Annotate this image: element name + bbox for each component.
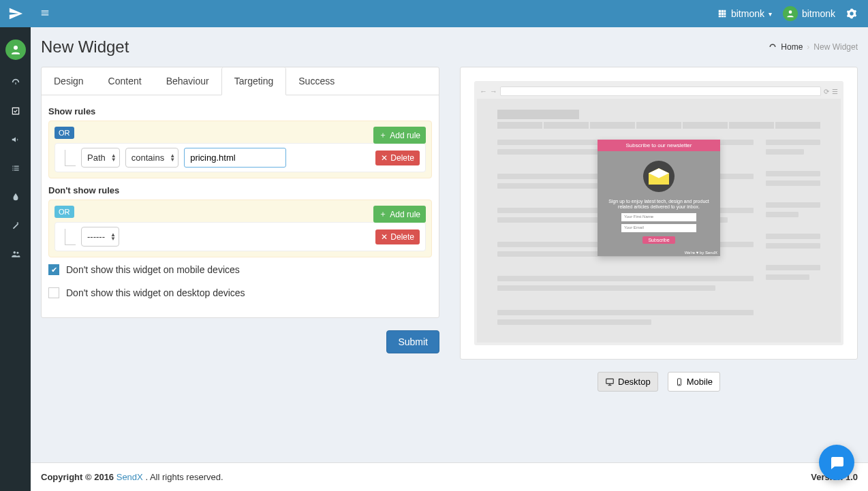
preview-frame: ← → ⟳☰ (460, 67, 858, 360)
plus-icon: ＋ (379, 129, 387, 141)
svg-point-6 (679, 384, 679, 385)
popup-footer-text: We're ♥ by SendX (598, 249, 720, 256)
page-title: New Widget (41, 37, 129, 57)
checkbox-checked-icon: ✔ (48, 264, 59, 275)
sidebar-avatar[interactable] (5, 39, 26, 60)
desktop-checkbox-row[interactable]: Don't show this widget on desktop device… (48, 287, 432, 298)
preview-device-toggle: Desktop Mobile (460, 372, 858, 392)
delete-rule-button[interactable]: ✕ Delete (375, 229, 420, 244)
list-icon (11, 163, 20, 173)
breadcrumb: Home › New Widget (769, 42, 858, 52)
user-name: bitmonk (802, 8, 835, 19)
page-mock: Subscribe to our newsletter Sign up to e… (477, 99, 841, 343)
sidebar-toggle[interactable] (31, 8, 59, 20)
svg-point-0 (789, 10, 792, 14)
reload-icon: ⟳ (824, 88, 829, 95)
select-arrows-icon: ▲▼ (170, 154, 175, 162)
settings-button[interactable] (846, 8, 857, 19)
newsletter-popup-preview: Subscribe to our newsletter Sign up to e… (598, 140, 720, 256)
desktop-icon (605, 377, 615, 387)
tab-content[interactable]: Content (96, 67, 154, 95)
tab-design[interactable]: Design (42, 67, 96, 95)
drop-icon (11, 192, 20, 202)
svg-point-1 (14, 46, 18, 50)
show-rules-label: Show rules (48, 106, 432, 116)
dashboard-icon (11, 78, 20, 87)
chat-icon (828, 454, 845, 471)
mobile-checkbox-row[interactable]: ✔ Don't show this widget on mobile devic… (48, 264, 432, 275)
sidebar-item-drip[interactable] (0, 183, 31, 211)
desktop-preview-button[interactable]: Desktop (598, 372, 658, 392)
top-header: bitmonk ▾ bitmonk (0, 0, 868, 27)
or-badge: OR (55, 206, 74, 218)
add-rule-button[interactable]: ＋ Add rule (373, 127, 426, 144)
popup-email-input: Your Email (621, 224, 696, 232)
chevron-down-icon: ▾ (769, 10, 772, 18)
submit-button[interactable]: Submit (386, 330, 439, 353)
tree-connector (65, 229, 76, 245)
dont-show-rules-label: Don't show rules (48, 185, 432, 195)
rule-value-input[interactable] (184, 148, 286, 168)
mock-logo (497, 110, 579, 119)
magic-wand-icon (11, 221, 20, 230)
left-sidebar (0, 27, 31, 491)
mobile-preview-button[interactable]: Mobile (668, 372, 720, 392)
sidebar-item-campaigns[interactable] (0, 125, 31, 154)
breadcrumb-home[interactable]: Home (781, 42, 803, 52)
sidebar-item-lists[interactable] (0, 154, 31, 183)
dashboard-icon (769, 43, 777, 51)
tab-targeting[interactable]: Targeting (221, 67, 287, 95)
browser-mock: ← → ⟳☰ (474, 81, 843, 345)
add-rule-button[interactable]: ＋ Add rule (373, 206, 426, 223)
tab-behaviour[interactable]: Behaviour (154, 67, 221, 95)
preview-panel: ← → ⟳☰ (460, 67, 858, 392)
popup-title: Subscribe to our newsletter (598, 140, 720, 151)
content-wrapper: New Widget Home › New Widget Design Cont… (31, 27, 868, 462)
browser-url-bar (500, 86, 821, 96)
menu-icon (40, 8, 50, 18)
apps-grid-icon (717, 9, 727, 18)
dont-show-rule-row: ------ ▲▼ ✕ Delete (55, 222, 426, 251)
sidebar-item-contacts[interactable] (0, 240, 31, 268)
copyright-suffix: . All rights reserved. (145, 472, 223, 482)
svg-point-3 (16, 252, 18, 254)
back-arrow-icon: ← (480, 87, 487, 95)
rule-field-select-empty[interactable]: ------ ▲▼ (81, 227, 119, 247)
breadcrumb-current: New Widget (813, 42, 858, 52)
x-icon: ✕ (381, 153, 388, 163)
sidebar-item-dashboard[interactable] (0, 68, 31, 97)
rule-field-select[interactable]: Path ▲▼ (81, 148, 120, 168)
mock-nav (497, 122, 820, 129)
checkbox-icon (11, 106, 20, 116)
show-rules-box: OR ＋ Add rule Path ▲▼ (48, 121, 432, 178)
chat-launcher[interactable] (819, 445, 854, 480)
org-switcher[interactable]: bitmonk ▾ (717, 8, 772, 19)
tabs: Design Content Behaviour Targeting Succe… (42, 67, 439, 95)
browser-controls: ⟳☰ (824, 88, 838, 95)
dont-show-rules-box: OR ＋ Add rule ------ ▲▼ (48, 200, 432, 257)
app-logo[interactable] (0, 0, 31, 27)
sidebar-item-automation[interactable] (0, 211, 31, 240)
gears-icon (846, 8, 857, 19)
breadcrumb-separator: › (807, 42, 809, 52)
popup-subscribe-button: Subscribe (642, 236, 675, 244)
paper-plane-icon (8, 6, 23, 21)
select-arrows-icon: ▲▼ (110, 233, 116, 241)
rule-operator-select[interactable]: contains ▲▼ (125, 148, 179, 168)
popup-description: Sign up to enjoy latest tech, design and… (603, 199, 715, 210)
org-name: bitmonk (731, 8, 764, 19)
menu-bars-icon: ☰ (832, 88, 838, 95)
popup-name-input: Your First Name (621, 213, 696, 221)
user-menu[interactable]: bitmonk (783, 6, 835, 21)
browser-toolbar: ← → ⟳☰ (477, 84, 841, 99)
widget-config-panel: Design Content Behaviour Targeting Succe… (41, 67, 439, 318)
delete-rule-button[interactable]: ✕ Delete (375, 151, 420, 165)
footer-brand-link[interactable]: SendX (117, 472, 143, 482)
select-arrows-icon: ▲▼ (111, 154, 117, 162)
sidebar-item-widgets[interactable] (0, 97, 31, 125)
or-badge: OR (55, 127, 74, 139)
tab-success[interactable]: Success (286, 67, 347, 95)
avatar-face-icon (10, 44, 22, 56)
copyright-prefix: Copyright © 2016 (41, 472, 117, 482)
forward-arrow-icon: → (490, 87, 497, 95)
